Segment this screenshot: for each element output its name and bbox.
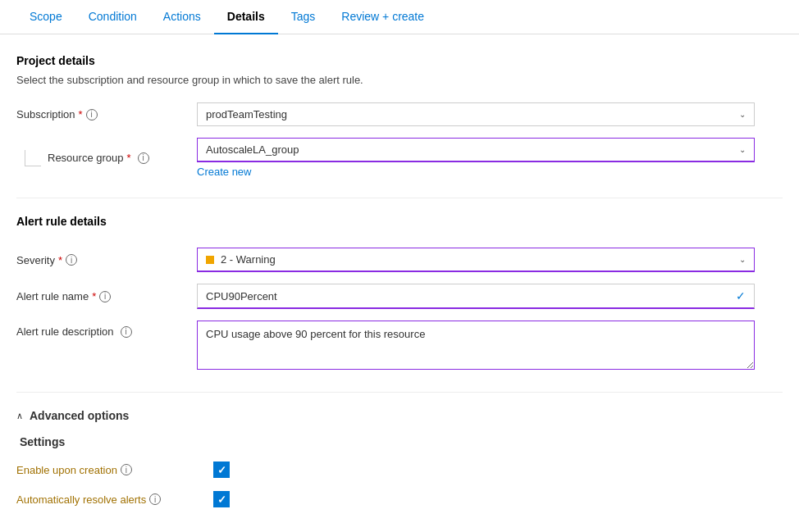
alert-rule-desc-control bbox=[197, 321, 755, 372]
main-content: Project details Select the subscription … bbox=[0, 34, 799, 532]
severity-required: * bbox=[58, 254, 62, 266]
resource-group-label: Resource group bbox=[48, 152, 124, 164]
alert-rule-name-row: Alert rule name * i CPU90Percent ✓ bbox=[16, 284, 783, 309]
resource-group-info-icon[interactable]: i bbox=[138, 152, 149, 164]
project-details-desc: Select the subscription and resource gro… bbox=[16, 74, 783, 86]
enable-creation-checkbox[interactable] bbox=[213, 462, 230, 478]
resource-group-chevron-icon: ⌄ bbox=[739, 145, 746, 154]
auto-resolve-label: Automatically resolve alerts i bbox=[16, 493, 197, 506]
subscription-label: Subscription * i bbox=[16, 108, 197, 120]
subscription-chevron-icon: ⌄ bbox=[739, 110, 746, 119]
tab-actions[interactable]: Actions bbox=[150, 0, 214, 34]
alert-rule-desc-row: Alert rule description i bbox=[16, 321, 783, 372]
tab-scope[interactable]: Scope bbox=[16, 0, 75, 34]
auto-resolve-row: Automatically resolve alerts i bbox=[16, 491, 783, 507]
alert-rule-desc-textarea[interactable] bbox=[197, 321, 755, 370]
alert-rule-name-check-icon: ✓ bbox=[736, 289, 746, 302]
subscription-row: Subscription * i prodTeamTesting ⌄ bbox=[16, 102, 783, 126]
tab-tags[interactable]: Tags bbox=[278, 0, 329, 34]
alert-rule-name-required: * bbox=[92, 290, 96, 302]
advanced-chevron-up-icon: ∧ bbox=[16, 411, 23, 421]
create-new-link[interactable]: Create new bbox=[197, 166, 251, 178]
subscription-control: prodTeamTesting ⌄ bbox=[197, 102, 755, 126]
tab-details[interactable]: Details bbox=[214, 0, 278, 34]
alert-rule-name-label: Alert rule name * i bbox=[16, 290, 197, 302]
subscription-value: prodTeamTesting bbox=[206, 108, 287, 120]
auto-resolve-checkbox[interactable] bbox=[213, 491, 230, 507]
alert-rule-desc-info-icon[interactable]: i bbox=[121, 326, 132, 338]
severity-value: 2 - Warning bbox=[221, 253, 276, 266]
alert-rule-name-value: CPU90Percent bbox=[206, 290, 277, 302]
subscription-dropdown[interactable]: prodTeamTesting ⌄ bbox=[197, 102, 755, 126]
project-details-section: Project details Select the subscription … bbox=[16, 54, 783, 178]
project-details-title: Project details bbox=[16, 54, 783, 67]
alert-rule-details-title: Alert rule details bbox=[16, 215, 783, 228]
resource-group-dropdown[interactable]: AutoscaleLA_group ⌄ bbox=[197, 138, 755, 162]
resource-group-label-wrap: Resource group * i bbox=[16, 150, 197, 166]
resource-group-row: Resource group * i AutoscaleLA_group ⌄ C… bbox=[16, 138, 783, 178]
nav-tabs: Scope Condition Actions Details Tags Rev… bbox=[0, 0, 799, 34]
resource-group-control: AutoscaleLA_group ⌄ Create new bbox=[197, 138, 755, 178]
severity-dropdown[interactable]: 2 - Warning ⌄ bbox=[197, 248, 755, 272]
enable-creation-info-icon[interactable]: i bbox=[121, 464, 132, 475]
advanced-options-title: Advanced options bbox=[30, 409, 129, 422]
auto-resolve-info-icon[interactable]: i bbox=[149, 493, 161, 505]
alert-rule-desc-label: Alert rule description i bbox=[16, 321, 197, 338]
severity-control: 2 - Warning ⌄ bbox=[197, 248, 755, 272]
advanced-options-section: ∧ Advanced options Settings Enable upon … bbox=[16, 409, 783, 507]
divider-1 bbox=[16, 198, 783, 198]
resource-group-value: AutoscaleLA_group bbox=[206, 143, 299, 156]
severity-indicator bbox=[206, 256, 214, 264]
tab-condition[interactable]: Condition bbox=[75, 0, 150, 34]
enable-creation-row: Enable upon creation i bbox=[16, 462, 783, 478]
enable-creation-label: Enable upon creation i bbox=[16, 464, 197, 476]
alert-rule-name-control: CPU90Percent ✓ bbox=[197, 284, 755, 309]
severity-label: Severity * i bbox=[16, 254, 197, 266]
severity-chevron-icon: ⌄ bbox=[739, 255, 746, 264]
resource-group-required: * bbox=[127, 152, 131, 164]
advanced-options-header[interactable]: ∧ Advanced options bbox=[16, 409, 783, 422]
tab-review-create[interactable]: Review + create bbox=[328, 0, 437, 34]
alert-rule-name-info-icon[interactable]: i bbox=[99, 291, 111, 302]
severity-info-icon[interactable]: i bbox=[66, 254, 77, 266]
alert-rule-name-input[interactable]: CPU90Percent ✓ bbox=[197, 284, 755, 309]
subscription-info-icon[interactable]: i bbox=[86, 109, 98, 120]
alert-rule-details-section: Alert rule details Severity * i 2 - Warn… bbox=[16, 215, 783, 372]
subscription-required: * bbox=[79, 108, 83, 120]
indent-line bbox=[25, 150, 41, 166]
severity-value-wrap: 2 - Warning bbox=[206, 253, 276, 266]
settings-title: Settings bbox=[20, 435, 783, 448]
severity-row: Severity * i 2 - Warning ⌄ bbox=[16, 248, 783, 272]
divider-2 bbox=[16, 392, 783, 393]
